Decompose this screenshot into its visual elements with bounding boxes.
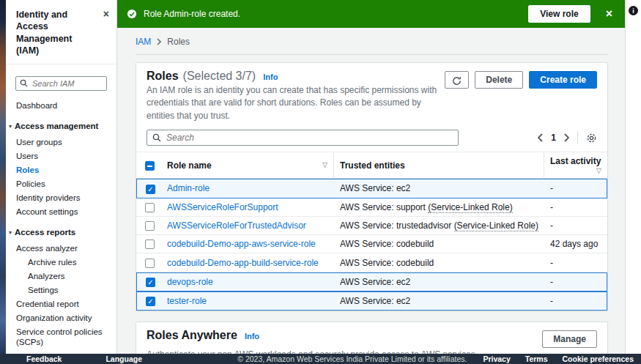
table-row: ✓Admin-roleAWS Service: ec2- bbox=[136, 179, 607, 198]
sidebar-search-input[interactable] bbox=[15, 76, 107, 91]
iam-side-panel: Identity and Access Management (IAM) × D… bbox=[6, 0, 117, 354]
sidebar-item-settings[interactable]: Settings bbox=[6, 283, 116, 297]
console-footer: Feedback Language © 2023, Amazon Web Ser… bbox=[0, 354, 641, 364]
desktop-wallpaper-edge bbox=[0, 0, 6, 364]
refresh-button[interactable] bbox=[445, 71, 469, 89]
main-content: Role Admin-role created. View role × IAM… bbox=[117, 0, 625, 354]
page-number[interactable]: 1 bbox=[551, 133, 556, 143]
sidebar-item-identity-providers[interactable]: Identity providers bbox=[6, 190, 116, 204]
last-activity-text: - bbox=[544, 253, 607, 272]
role-name-link[interactable]: codebuild-Demo-app-build-service-role bbox=[167, 258, 319, 268]
caret-down-icon: ▾ bbox=[9, 229, 12, 236]
column-last-activity[interactable]: Last activity▽ bbox=[544, 152, 607, 179]
success-check-icon bbox=[127, 9, 137, 19]
chevron-right-icon bbox=[157, 38, 161, 45]
sidebar-item-account-settings[interactable]: Account settings bbox=[6, 204, 116, 218]
success-flashbar: Role Admin-role created. View role × bbox=[117, 0, 625, 28]
role-name-link[interactable]: AWSServiceRoleForSupport bbox=[167, 202, 278, 212]
sidebar-item-policies[interactable]: Policies bbox=[6, 177, 116, 190]
service-linked-label[interactable]: (Service-Linked Role) bbox=[454, 220, 538, 231]
language-link[interactable]: Language bbox=[105, 354, 142, 364]
next-page-icon[interactable] bbox=[564, 133, 569, 142]
last-activity-text: - bbox=[544, 198, 607, 217]
last-activity-text: 42 days ago bbox=[544, 235, 607, 253]
sidebar-item-analyzers[interactable]: Analyzers bbox=[6, 269, 116, 283]
flashbar-close-icon[interactable]: × bbox=[606, 8, 612, 20]
close-icon[interactable]: × bbox=[103, 8, 109, 20]
role-name-link[interactable]: tester-role bbox=[167, 296, 207, 306]
create-role-button[interactable]: Create role bbox=[529, 71, 597, 89]
column-role-name[interactable]: Role name▽ bbox=[161, 152, 334, 179]
divider bbox=[577, 131, 578, 144]
row-checkbox[interactable] bbox=[145, 239, 155, 249]
sort-icon[interactable]: ▽ bbox=[322, 161, 327, 168]
view-role-button[interactable]: View role bbox=[528, 5, 590, 23]
last-activity-text: - bbox=[544, 217, 607, 235]
role-name-link[interactable]: AWSServiceRoleForTrustedAdvisor bbox=[167, 220, 306, 231]
sidebar-item-credential-report[interactable]: Credential report bbox=[6, 297, 116, 311]
table-row: codebuild-Demo-app-aws-service-roleAWS S… bbox=[136, 235, 607, 253]
info-link[interactable]: Info bbox=[245, 332, 259, 341]
row-checkbox[interactable] bbox=[145, 259, 155, 268]
sidebar-item-service-control-policies-scps[interactable]: Service control policies (SCPs) bbox=[6, 324, 116, 349]
last-activity-text: - bbox=[544, 272, 607, 291]
sidebar-item-access-analyzer[interactable]: Access analyzer bbox=[6, 241, 116, 255]
table-row: ✓tester-roleAWS Service: ec2- bbox=[136, 291, 607, 311]
divider bbox=[136, 54, 608, 55]
role-name-link[interactable]: codebuild-Demo-app-aws-service-role bbox=[167, 239, 316, 249]
table-row: AWSServiceRoleForTrustedAdvisorAWS Servi… bbox=[136, 217, 607, 235]
search-icon bbox=[152, 133, 161, 142]
sidebar-item-user-groups[interactable]: User groups bbox=[6, 135, 116, 149]
trusted-entity-text: AWS Service: codebuild bbox=[340, 258, 434, 268]
delete-button[interactable]: Delete bbox=[475, 71, 523, 89]
trusted-entity-text: AWS Service: ec2 bbox=[340, 183, 410, 193]
sort-icon[interactable]: ▽ bbox=[596, 167, 601, 174]
row-checkbox[interactable]: ✓ bbox=[146, 278, 155, 287]
sidebar-item-archive-rules[interactable]: Archive rules bbox=[6, 255, 116, 269]
terms-link[interactable]: Terms bbox=[525, 354, 548, 364]
select-all-checkbox[interactable] bbox=[145, 161, 155, 171]
info-icon[interactable]: i bbox=[629, 6, 638, 15]
last-activity-text: - bbox=[544, 179, 607, 198]
info-link[interactable]: Info bbox=[263, 73, 278, 81]
sidebar-search bbox=[15, 76, 107, 91]
feedback-link[interactable]: Feedback bbox=[26, 354, 62, 364]
table-search bbox=[147, 130, 459, 146]
table-row: ✓devops-roleAWS Service: ec2- bbox=[136, 272, 607, 291]
last-activity-text: - bbox=[544, 291, 607, 311]
sidebar-item-access-management[interactable]: ▾Access management bbox=[6, 119, 116, 133]
table-header-row: Role name▽ Trusted entities Last activit… bbox=[136, 152, 607, 179]
breadcrumb: IAM Roles bbox=[136, 37, 608, 47]
roles-anywhere-card: Roles Anywhere Info Manage Authenticate … bbox=[136, 322, 608, 354]
sidebar-item-dashboard[interactable]: Dashboard bbox=[6, 98, 116, 112]
row-checkbox[interactable]: ✓ bbox=[146, 297, 155, 306]
preferences-gear-icon[interactable] bbox=[586, 133, 597, 144]
row-checkbox[interactable]: ✓ bbox=[146, 185, 155, 194]
search-icon bbox=[20, 79, 28, 87]
previous-page-icon[interactable] bbox=[538, 133, 543, 142]
table-row: codebuild-Demo-app-build-service-roleAWS… bbox=[136, 253, 607, 272]
sidebar-item-roles[interactable]: Roles bbox=[6, 163, 116, 177]
roles-table: Role name▽ Trusted entities Last activit… bbox=[136, 152, 607, 311]
roles-anywhere-title: Roles Anywhere bbox=[147, 329, 237, 342]
page-title: Roles bbox=[147, 70, 179, 83]
role-name-link[interactable]: Admin-role bbox=[167, 183, 210, 193]
row-checkbox[interactable] bbox=[145, 203, 155, 212]
roles-table-body: ✓Admin-roleAWS Service: ec2-AWSServiceRo… bbox=[136, 179, 607, 311]
sidebar-item-access-reports[interactable]: ▾Access reports bbox=[6, 225, 116, 239]
service-linked-label[interactable]: (Service-Linked Role) bbox=[428, 202, 512, 213]
sidebar-item-organization-activity[interactable]: Organization activity bbox=[6, 311, 116, 324]
column-trusted-entities[interactable]: Trusted entities bbox=[334, 152, 544, 179]
table-search-input[interactable] bbox=[147, 130, 459, 146]
privacy-link[interactable]: Privacy bbox=[483, 354, 510, 364]
manage-button[interactable]: Manage bbox=[542, 330, 597, 348]
cookie-preferences-link[interactable]: Cookie preferences bbox=[563, 354, 634, 364]
role-name-link[interactable]: devops-role bbox=[167, 277, 213, 287]
breadcrumb-iam[interactable]: IAM bbox=[136, 37, 151, 47]
caret-down-icon: ▾ bbox=[9, 123, 12, 130]
side-panel-title: Identity and Access Management (IAM) bbox=[16, 9, 97, 56]
table-row: AWSServiceRoleForSupportAWS Service: sup… bbox=[136, 198, 607, 217]
row-checkbox[interactable] bbox=[145, 221, 155, 231]
help-panel-strip: i bbox=[625, 0, 641, 354]
sidebar-item-users[interactable]: Users bbox=[6, 149, 116, 163]
